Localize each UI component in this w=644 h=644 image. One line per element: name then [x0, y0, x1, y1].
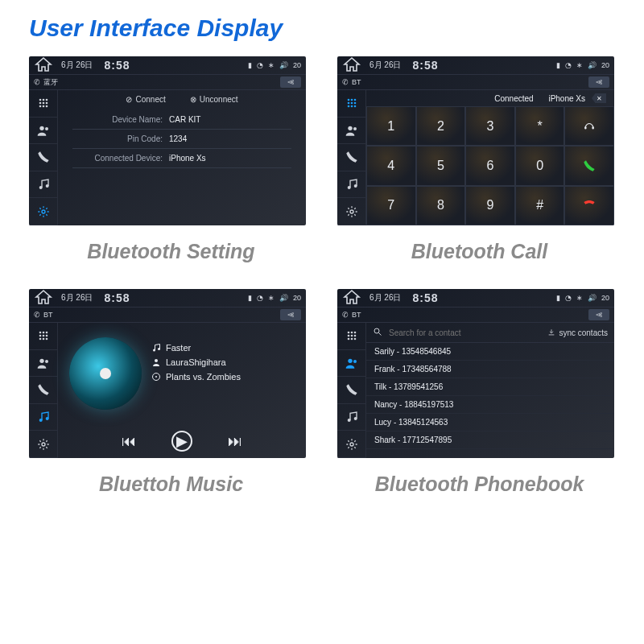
svg-point-63	[374, 328, 379, 333]
sidebar-settings-icon[interactable]	[29, 431, 57, 458]
subbar-label: BT	[43, 311, 53, 319]
svg-point-19	[353, 102, 356, 105]
sidebar	[337, 90, 366, 225]
search-input[interactable]	[389, 328, 541, 337]
track-title: Faster	[151, 341, 299, 355]
sidebar-call-icon[interactable]	[29, 144, 57, 171]
list-item[interactable]: Sarily - 13548546845	[366, 343, 614, 361]
list-item[interactable]: Shark - 17712547895	[366, 431, 614, 449]
backspace-button[interactable]: ✕	[592, 93, 606, 103]
key-5[interactable]: 5	[416, 146, 466, 185]
volume-icon: 🔊	[279, 61, 288, 69]
status-icons: ▮◔∗🔊20	[556, 61, 609, 69]
svg-point-18	[350, 102, 353, 105]
home-icon[interactable]	[342, 289, 361, 308]
svg-point-12	[45, 184, 48, 188]
unconnect-button[interactable]: ⊗ Unconnect	[190, 95, 238, 104]
next-button[interactable]: ⏭	[228, 433, 242, 450]
svg-point-43	[42, 443, 45, 446]
sidebar-apps-icon[interactable]	[337, 90, 365, 118]
play-button[interactable]: ▶	[171, 431, 192, 452]
key-hash[interactable]: #	[515, 186, 565, 225]
svg-point-42	[45, 417, 48, 420]
key-4[interactable]: 4	[366, 146, 416, 185]
svg-point-9	[39, 126, 43, 130]
screen-bt-phonebook: 6月 26日 8:58 ▮◔∗🔊20 ✆BT sync cont	[337, 289, 614, 458]
sub-bar: ✆BT	[337, 307, 614, 323]
status-date: 6月 26日	[53, 292, 93, 303]
sidebar-contacts-icon[interactable]	[337, 118, 365, 145]
svg-point-16	[353, 99, 356, 101]
svg-point-4	[42, 102, 44, 105]
svg-point-1	[42, 99, 44, 101]
sidebar-contacts-icon[interactable]	[29, 350, 57, 378]
svg-point-10	[45, 127, 48, 130]
key-end[interactable]	[564, 186, 614, 225]
sidebar-music-icon[interactable]	[337, 404, 365, 431]
phone-icon: ✆	[34, 78, 40, 86]
sidebar-settings-icon[interactable]	[29, 198, 57, 225]
svg-point-13	[42, 210, 45, 213]
phonebook-content: sync contacts Sarily - 13548546845 Frank…	[366, 323, 614, 458]
svg-point-41	[39, 419, 42, 422]
sidebar-settings-icon[interactable]	[337, 431, 365, 458]
sidebar-music-icon[interactable]	[337, 171, 365, 199]
svg-point-22	[353, 105, 356, 108]
svg-point-35	[45, 335, 47, 337]
key-star[interactable]: *	[515, 106, 565, 146]
key-6[interactable]: 6	[465, 146, 515, 185]
svg-point-6	[39, 105, 41, 108]
back-button[interactable]	[280, 309, 301, 320]
key-2[interactable]: 2	[416, 106, 466, 146]
sidebar-contacts-icon[interactable]	[337, 350, 365, 378]
sidebar-call-icon[interactable]	[337, 377, 365, 404]
sidebar-call-icon[interactable]	[337, 144, 365, 171]
key-call[interactable]	[564, 146, 614, 185]
svg-point-11	[39, 186, 42, 189]
key-9[interactable]: 9	[465, 186, 515, 225]
sidebar-call-icon[interactable]	[29, 377, 57, 404]
phone-icon: ✆	[34, 311, 40, 319]
list-item[interactable]: Frank - 17348564788	[366, 361, 614, 378]
key-3[interactable]: 3	[465, 106, 515, 146]
sidebar-apps-icon[interactable]	[337, 323, 365, 350]
status-icons: ▮◔∗🔊20	[248, 294, 301, 302]
search-bar: sync contacts	[366, 323, 614, 343]
sidebar-settings-icon[interactable]	[337, 198, 365, 225]
svg-point-49	[347, 332, 349, 334]
svg-point-62	[350, 443, 353, 446]
sidebar-contacts-icon[interactable]	[29, 118, 57, 145]
back-button[interactable]	[588, 309, 609, 320]
contact-list[interactable]: Sarily - 13548546845 Frank - 17348564788…	[366, 343, 614, 449]
list-item[interactable]: Nancy - 18845197513	[366, 396, 614, 414]
key-voice[interactable]	[564, 106, 614, 146]
key-1[interactable]: 1	[366, 106, 416, 146]
status-bar: 6月 26日 8:58 ▮◔∗ 🔊20	[29, 56, 306, 74]
svg-point-56	[350, 338, 353, 341]
sync-button[interactable]: sync contacts	[547, 328, 608, 337]
sidebar-apps-icon[interactable]	[29, 90, 57, 118]
key-0[interactable]: 0	[515, 146, 565, 185]
back-button[interactable]	[280, 76, 301, 88]
svg-point-7	[42, 105, 44, 108]
connect-button[interactable]: ⊘ Connect	[126, 95, 165, 104]
key-7[interactable]: 7	[366, 186, 416, 225]
back-button[interactable]	[588, 76, 609, 88]
subbar-label: 蓝牙	[43, 77, 58, 88]
svg-point-23	[348, 126, 352, 130]
track-album: Plants vs. Zombies	[151, 369, 299, 384]
home-icon[interactable]	[34, 56, 53, 75]
list-item[interactable]: Tilk - 13789541256	[366, 378, 614, 396]
sidebar-music-icon[interactable]	[29, 171, 57, 199]
album-art	[69, 337, 142, 410]
sidebar-apps-icon[interactable]	[29, 323, 57, 350]
dialer-content: Connected iPhone Xs ✕ 1 2 3 * 4 5 6 0 7 …	[366, 90, 614, 225]
home-icon[interactable]	[34, 289, 53, 308]
key-8[interactable]: 8	[416, 186, 466, 225]
sidebar-music-icon[interactable]	[29, 404, 57, 431]
prev-button[interactable]: ⏮	[122, 433, 136, 450]
list-item[interactable]: Lucy - 13845124563	[366, 414, 614, 431]
sidebar	[337, 323, 366, 458]
setting-content: ⊘ Connect ⊗ Unconnect Device Name:CAR KI…	[58, 90, 306, 225]
home-icon[interactable]	[342, 56, 361, 75]
